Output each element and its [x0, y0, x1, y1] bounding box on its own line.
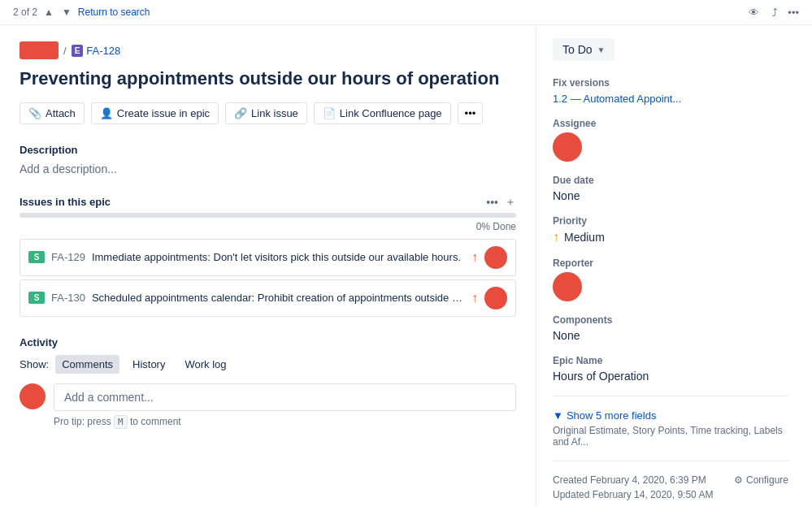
confluence-icon: 📄 — [323, 107, 336, 119]
updated-row: Updated February 14, 2020, 9:50 AM — [553, 489, 788, 500]
watch-button[interactable]: 👁 — [749, 6, 762, 19]
issue-key-fa130: FA-130 — [51, 292, 85, 304]
attach-button[interactable]: 📎 Attach — [20, 102, 85, 124]
link-icon: 🔗 — [234, 107, 247, 119]
timestamps: Created February 4, 2020, 6:39 PM ⚙ Conf… — [553, 474, 788, 500]
issue-key-fa129: FA-129 — [51, 251, 85, 263]
description-placeholder[interactable]: Add a description... — [20, 162, 516, 175]
assignee-label: Assignee — [553, 118, 788, 129]
link-issue-button[interactable]: 🔗 Link issue — [225, 102, 307, 124]
nav-controls: 2 of 2 ▲ ▼ Return to search — [13, 5, 150, 19]
tab-history[interactable]: History — [126, 355, 172, 374]
status-button[interactable]: To Do ▼ — [553, 38, 614, 61]
breadcrumb-separator: / — [63, 45, 67, 57]
more-options-button[interactable]: ••• — [788, 6, 799, 19]
components-value: None — [553, 329, 788, 342]
epic-icon: E — [72, 45, 84, 57]
nav-up-button[interactable]: ▲ — [41, 5, 57, 19]
return-to-search-link[interactable]: Return to search — [78, 6, 150, 18]
top-bar: 2 of 2 ▲ ▼ Return to search 👁 ⤴ ••• — [0, 0, 812, 25]
reporter-field: Reporter — [553, 258, 788, 301]
due-date-label: Due date — [553, 175, 788, 186]
share-button[interactable]: ⤴ — [772, 6, 778, 19]
top-icons: 👁 ⤴ ••• — [749, 6, 799, 19]
pro-tip-key: M — [114, 415, 128, 429]
activity-show-row: Show: Comments History Work log — [20, 355, 516, 374]
tab-worklog[interactable]: Work log — [178, 355, 232, 374]
epic-issues-header: Issues in this epic ••• ＋ — [20, 195, 516, 210]
fix-version-value[interactable]: 1.2 — Automated Appoint... — [553, 93, 681, 105]
status-label: To Do — [562, 43, 593, 56]
issue-title: Preventing appointments outside our hour… — [20, 67, 516, 91]
right-panel: To Do ▼ Fix versions 1.2 — Automated App… — [536, 25, 805, 508]
link-confluence-label: Link Confluence page — [340, 107, 442, 119]
progress-label: 0% Done — [20, 221, 516, 232]
comment-input[interactable]: Add a comment... — [54, 383, 516, 411]
pro-tip: Pro tip: press M to comment — [54, 416, 516, 427]
attach-icon: 📎 — [28, 107, 41, 119]
issue-item-fa130[interactable]: S FA-130 Scheduled appointments calendar… — [20, 279, 516, 317]
create-issue-in-epic-label: Create issue in epic — [117, 107, 210, 119]
story-icon-fa130: S — [28, 292, 45, 304]
link-confluence-button[interactable]: 📄 Link Confluence page — [314, 102, 451, 124]
created-label: Created February 4, 2020, 6:39 PM — [553, 474, 706, 486]
created-row: Created February 4, 2020, 6:39 PM ⚙ Conf… — [553, 474, 788, 486]
due-date-field: Due date None — [553, 175, 788, 202]
due-date-value: None — [553, 189, 788, 202]
priority-field: Priority ↑ Medium — [553, 215, 788, 245]
configure-label: Configure — [746, 474, 788, 486]
comment-user-avatar — [20, 383, 46, 409]
epic-name-label: Epic Name — [553, 355, 788, 366]
divider-bottom — [553, 461, 788, 461]
story-icon-fa129: S — [28, 251, 45, 263]
share-icon: ⤴ — [772, 6, 778, 19]
description-title: Description — [20, 144, 516, 156]
nav-arrows: ▲ ▼ — [41, 5, 75, 19]
action-bar: 📎 Attach 👤 Create issue in epic 🔗 Link i… — [20, 102, 516, 124]
fix-versions-label: Fix versions — [553, 77, 788, 89]
progress-bar-container — [20, 213, 516, 218]
create-issue-in-epic-button[interactable]: 👤 Create issue in epic — [91, 102, 219, 124]
epic-name-field: Epic Name Hours of Operation — [553, 355, 788, 383]
tab-comments[interactable]: Comments — [55, 355, 119, 374]
left-panel: / E FA-128 Preventing appointments outsi… — [0, 25, 536, 508]
updated-label: Updated February 14, 2020, 9:50 AM — [553, 489, 713, 500]
avatar-fa130 — [484, 287, 507, 309]
components-label: Components — [553, 314, 788, 326]
more-dots-icon: ••• — [465, 107, 476, 119]
epic-issues-section: Issues in this epic ••• ＋ 0% Done S FA-1… — [20, 195, 516, 317]
reporter-avatar — [553, 272, 582, 301]
attach-label: Attach — [46, 107, 76, 119]
project-avatar[interactable] — [20, 41, 59, 59]
configure-link[interactable]: ⚙ Configure — [734, 474, 788, 486]
priority-row: ↑ Medium — [553, 230, 788, 245]
nav-down-button[interactable]: ▼ — [59, 5, 75, 19]
issue-item-fa129[interactable]: S FA-129 Immediate appointments: Don't l… — [20, 239, 516, 276]
show-more-fields-link[interactable]: ▼ Show 5 more fields — [553, 409, 788, 422]
breadcrumb-issue-link[interactable]: E FA-128 — [72, 45, 121, 57]
chevron-down-icon: ▼ — [553, 409, 563, 422]
show-more-fields-description: Original Estimate, Story Points, Time tr… — [553, 425, 788, 448]
show-label: Show: — [20, 358, 49, 370]
divider — [553, 396, 788, 396]
show-more-label: Show 5 more fields — [567, 409, 657, 422]
priority-label: Priority — [553, 215, 788, 227]
components-field: Components None — [553, 314, 788, 342]
avatar-fa129 — [484, 246, 507, 269]
issue-text-fa130: Scheduled appointments calendar: Prohibi… — [92, 292, 465, 304]
status-chevron-icon: ▼ — [597, 45, 606, 54]
description-section: Description Add a description... — [20, 144, 516, 175]
issue-text-fa129: Immediate appointments: Don't let visito… — [92, 251, 465, 263]
priority-value: Medium — [564, 231, 605, 244]
comment-area: Add a comment... — [20, 383, 516, 411]
epic-create-icon: 👤 — [100, 107, 113, 119]
ellipsis-icon: ••• — [788, 6, 799, 19]
activity-title: Activity — [20, 336, 516, 348]
fix-versions-field: Fix versions 1.2 — Automated Appoint... — [553, 77, 788, 105]
eye-icon: 👁 — [749, 6, 759, 19]
more-actions-button[interactable]: ••• — [458, 102, 484, 124]
assignee-avatar[interactable] — [553, 132, 582, 162]
epic-name-value: Hours of Operation — [553, 370, 788, 383]
epic-issues-more-button[interactable]: ••• — [486, 196, 498, 209]
epic-issues-add-button[interactable]: ＋ — [505, 195, 516, 210]
